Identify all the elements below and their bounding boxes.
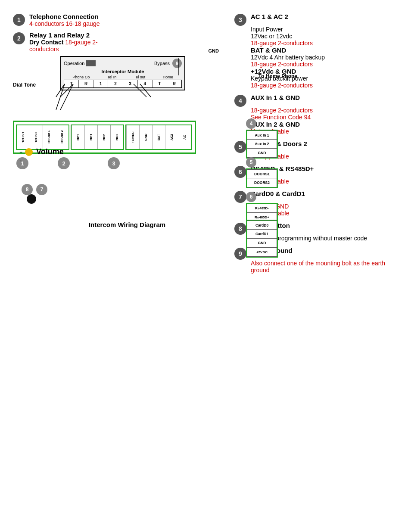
rterm-auxin1: Aux In 1 — [247, 131, 277, 140]
legend-item-1: 1 Telephone Connection 4-conductors 16-1… — [13, 13, 125, 27]
svg-line-4 — [140, 84, 151, 97]
volume-dot — [25, 148, 33, 156]
rterm-5vdc: +5VDC — [247, 248, 277, 257]
tbox-no2: NO2 — [110, 125, 123, 149]
tbox-12vdc: +12VDC — [126, 125, 139, 149]
item-9-line1: Also connect one of the mounting bolt as… — [251, 260, 398, 274]
legend-1-sub: 4-conductors 16-18 gauge — [29, 20, 100, 27]
svg-line-2 — [56, 84, 65, 110]
imod-title: Interceptor Module — [64, 69, 182, 74]
legend-2-title: Relay 1 and Relay 2 — [29, 31, 125, 39]
rterm-gnd-4: GND — [247, 149, 277, 158]
badge-2: 2 — [13, 32, 25, 44]
left-legend: 1 Telephone Connection 4-conductors 16-1… — [13, 13, 125, 57]
volume-area: − Volume — [19, 147, 64, 156]
imod-badge-9: 9 — [172, 59, 182, 68]
bottom-badges: 8 7 — [22, 184, 47, 195]
volume-label: Volume — [36, 147, 64, 156]
svg-line-5 — [134, 84, 146, 97]
section-telout: Tel out — [134, 75, 146, 79]
badge-3: 3 — [234, 14, 246, 26]
section-phoneco: Phone Co — [72, 75, 90, 79]
vol-signs: − — [19, 149, 22, 155]
group-2: NC1 NO1 NC2 NO2 — [71, 124, 124, 150]
item-3-line4: 12Vdc 4 Ahr battery backup — [251, 54, 398, 61]
diagram-caption: Intercom Wiring Diagram — [13, 221, 241, 228]
tbox-bat: BAT — [152, 125, 165, 149]
rterm-cardd1: CardD1 — [247, 230, 277, 239]
legend-2-dry: Dry Contact — [29, 39, 63, 46]
section-home: Home — [163, 75, 173, 79]
block-7: CardD0 CardD1 GND +5VDC — [246, 220, 278, 258]
black-button-dot — [27, 194, 36, 204]
item-3-title: AC 1 & AC 2 — [251, 13, 288, 20]
badge-row: 1 2 3 — [13, 157, 241, 169]
tbox-no1: NO1 — [84, 125, 97, 149]
section-telin: Tel In — [107, 75, 117, 79]
side-badge-5: 5 — [246, 157, 256, 168]
bypass-label: Bypass — [154, 61, 170, 66]
to-home-phone-label: To Home Phone — [258, 73, 297, 79]
block-4: Aux In 1 Aux In 2 GND — [246, 130, 278, 159]
vol-minus: − — [19, 149, 22, 155]
switch-block — [86, 60, 96, 66]
item-3-line3: 18-gauge 2-conductors — [251, 40, 398, 47]
tbox-ac: AC — [178, 125, 191, 149]
imod-row1: Operation Bypass 9 — [64, 59, 182, 68]
side-block-7-wrapper: CardD0 CardD1 GND +5VDC — [246, 220, 278, 258]
svg-line-0 — [56, 84, 65, 97]
tbox-telin1: Tel In 1 — [17, 125, 30, 149]
board-badge-3: 3 — [108, 157, 120, 169]
legend-2-sub: Dry Contact 18-gauge 2-conductors — [29, 39, 125, 53]
side-badge-6-row: 6 — [246, 192, 278, 202]
lower-board: Tel In 1 Tel In 2 Tel Out 1 Tel Out 2 NC… — [13, 121, 241, 169]
full-page: 1 Telephone Connection 4-conductors 16-1… — [0, 0, 411, 532]
item-3-line2: 12Vac or 12vdc — [251, 33, 398, 40]
tbox-telout1: Tel Out 1 — [43, 125, 56, 149]
board-badge-7: 7 — [36, 184, 47, 195]
item-3-line5: 18-gauge 2-conductors — [251, 61, 398, 68]
group-1: Tel In 1 Tel In 2 Tel Out 1 Tel Out 2 — [16, 124, 69, 150]
rterm-doors2: DOORS2 — [247, 178, 277, 187]
item-4-title: AUX In 1 & GND — [251, 94, 300, 101]
imod-sections: Phone Co Tel In Tel out Home — [64, 75, 182, 79]
tbox-nc1: NC1 — [72, 125, 84, 149]
side-block-6-wrapper: 6 Rs485D- Rs485D+ — [246, 192, 278, 223]
board-badge-8: 8 — [22, 184, 33, 195]
badge-9: 9 — [234, 248, 246, 260]
rterm-rs485m: Rs485D- — [247, 204, 277, 213]
interceptor-module: GND Operation Bypass 9 Interceptor Modul… — [60, 56, 241, 90]
item-3-line7: 18-gauge 2-conductors — [251, 82, 398, 89]
board-badge-2: 2 — [58, 157, 70, 169]
tbox-telout2: Tel Out 2 — [56, 125, 68, 149]
item-3-bat: BAT & GND — [251, 47, 398, 54]
tbox-nc2: NC2 — [97, 125, 110, 149]
legend-1-title: Telephone Connection — [29, 13, 100, 20]
side-badge-4: 4 — [246, 118, 256, 129]
legend-item-2: 2 Relay 1 and Relay 2 Dry Contact 18-gau… — [13, 31, 125, 53]
side-badge-5-row: 5 — [246, 157, 278, 168]
tbox-gnd: GND — [139, 125, 152, 149]
tbox-telin2: Tel In 2 — [30, 125, 43, 149]
side-badge-6: 6 — [246, 192, 256, 202]
operation-label: Operation — [64, 61, 84, 66]
vol-plus: + — [19, 158, 22, 164]
item-4-line1: 18-gauge 2-conductors — [251, 107, 398, 114]
side-block-5-wrapper: 5 DOORS1 DOORS2 — [246, 157, 278, 188]
tbox-ac2: AC2 — [165, 125, 178, 149]
block-5: DOORS1 DOORS2 — [246, 168, 278, 188]
side-block-4-wrapper: 4 Aux In 1 Aux In 2 GND — [246, 118, 278, 159]
gnd-label: GND — [209, 48, 219, 53]
side-badge-4-row: 4 — [246, 118, 278, 129]
rterm-auxin2: Aux In 2 — [247, 140, 277, 149]
item-3-line1: Input Power — [251, 26, 398, 33]
rterm-doors1: DOORS1 — [247, 169, 277, 178]
rterm-gnd-7: GND — [247, 239, 277, 248]
badge-1: 1 — [13, 14, 25, 26]
diagram-area: GND Operation Bypass 9 Interceptor Modul… — [13, 52, 241, 228]
group-3: +12VDC GND BAT AC2 AC — [125, 124, 192, 150]
rterm-cardd0: CardD0 — [247, 221, 277, 230]
